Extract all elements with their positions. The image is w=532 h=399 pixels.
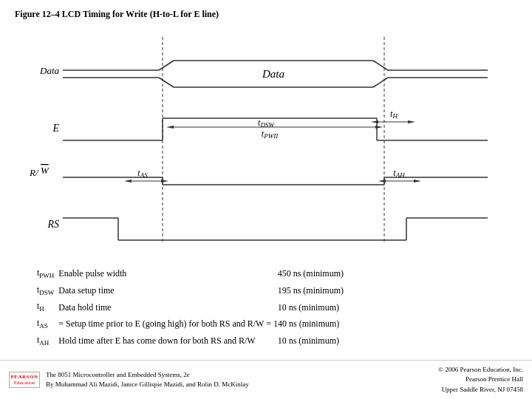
page-container: Figure 12–4 LCD Timing for Write (H-to-L… xyxy=(0,0,532,399)
svg-marker-25 xyxy=(371,120,378,123)
svg-marker-21 xyxy=(166,126,174,129)
svg-text:tAH: tAH xyxy=(393,168,405,179)
legend-row-2: tH Data hold time 10 ns (minimum) xyxy=(37,299,344,316)
legend-desc-0: Enable pulse width xyxy=(58,265,277,282)
svg-marker-26 xyxy=(408,120,415,123)
svg-text:tDSW: tDSW xyxy=(258,117,275,129)
timing-svg: Data Data E xyxy=(15,26,517,262)
svg-line-9 xyxy=(373,61,388,70)
svg-text:R/: R/ xyxy=(29,167,39,178)
svg-text:RS: RS xyxy=(47,219,59,230)
copyright-line1: © 2006 Pearson Education, Inc. xyxy=(438,365,523,375)
svg-marker-42 xyxy=(414,180,421,183)
legend-value-1: 195 ns (minimum) xyxy=(278,282,344,299)
figure-title: Figure 12–4 LCD Timing for Write (H-to-L… xyxy=(15,9,517,20)
legend-desc-3: = Setup time prior to E (going high) for… xyxy=(58,316,344,332)
legend-desc-1: Data setup time xyxy=(58,282,277,299)
svg-text:tAS: tAS xyxy=(137,168,148,179)
svg-text:Data: Data xyxy=(262,68,284,80)
logo-pearson: PEARSON xyxy=(11,374,38,380)
svg-text:Data: Data xyxy=(39,65,60,76)
legend-symbol-3: tAS xyxy=(37,316,58,332)
legend-symbol-2: tH xyxy=(37,299,58,316)
svg-text:W: W xyxy=(41,165,50,176)
svg-line-5 xyxy=(159,61,174,70)
svg-line-6 xyxy=(159,78,174,87)
timing-diagram: Data Data E xyxy=(15,26,517,262)
svg-marker-41 xyxy=(378,180,386,183)
legend-row-0: tPWH Enable pulse width 450 ns (minimum) xyxy=(37,265,344,282)
legend-row-3: tAS = Setup time prior to E (going high)… xyxy=(37,316,344,332)
logo-education: Education xyxy=(14,380,35,386)
svg-text:tH: tH xyxy=(390,109,398,120)
footer-right: © 2006 Pearson Education, Inc. Pearson P… xyxy=(438,365,523,395)
legend-area: tPWH Enable pulse width 450 ns (minimum)… xyxy=(15,265,517,349)
legend-row-1: tDSW Data setup time 195 ns (minimum) xyxy=(37,282,344,299)
legend-row-4: tAH Hold time after E has come down for … xyxy=(37,332,344,349)
svg-line-10 xyxy=(373,78,388,87)
svg-text:E: E xyxy=(52,123,59,134)
svg-marker-38 xyxy=(161,180,168,183)
legend-symbol-4: tAH xyxy=(37,332,58,349)
copyright-line3: Upper Saddle River, NJ 07458 xyxy=(438,385,523,395)
figure-title-text: LCD Timing for Write (H-to-L for E line) xyxy=(60,9,219,19)
pearson-logo: PEARSON Education xyxy=(9,372,40,388)
legend-symbol-1: tDSW xyxy=(37,282,58,299)
book-title: The 8051 Microcontroller and Embedded Sy… xyxy=(46,370,249,380)
legend-desc-4: Hold time after E has come down for both… xyxy=(58,332,277,349)
svg-text:tPWII: tPWII xyxy=(262,129,279,140)
figure-title-bold: Figure 12–4 xyxy=(15,9,60,19)
legend-symbol-0: tPWH xyxy=(37,265,58,282)
legend-desc-2: Data hold time xyxy=(58,299,277,316)
legend-value-2: 10 ns (minimum) xyxy=(278,299,344,316)
copyright-line2: Pearson Prentice Hall xyxy=(438,375,523,385)
footer-book-info: The 8051 Microcontroller and Embedded Sy… xyxy=(46,370,249,389)
legend-value-0: 450 ns (minimum) xyxy=(278,265,344,282)
footer: PEARSON Education The 8051 Microcontroll… xyxy=(0,360,532,400)
footer-left: PEARSON Education The 8051 Microcontroll… xyxy=(9,370,249,389)
svg-marker-37 xyxy=(124,180,132,183)
legend-table: tPWH Enable pulse width 450 ns (minimum)… xyxy=(37,265,344,349)
book-authors: By Muhammad Ali Mazidi, Janice Gillispie… xyxy=(46,380,249,389)
legend-value-4: 10 ns (minimum) xyxy=(278,332,344,349)
svg-marker-22 xyxy=(375,126,383,129)
